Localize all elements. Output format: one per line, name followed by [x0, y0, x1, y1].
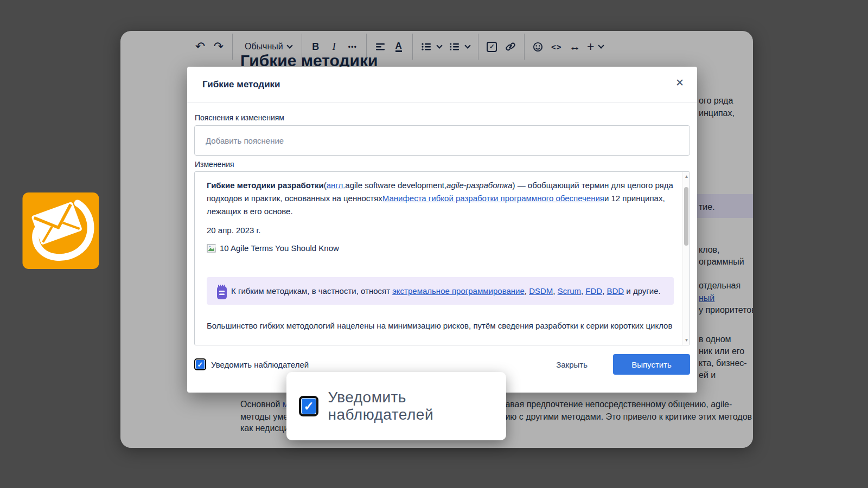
- note-icon: [216, 284, 228, 300]
- mail-swirl-icon[interactable]: [22, 192, 99, 269]
- mail-swirl-icon-graphic: [22, 192, 99, 269]
- preview-link[interactable]: Манифеста гибкой разработки программного…: [382, 194, 604, 203]
- image-alt-text: 10 Agile Terms You Should Know: [220, 242, 339, 255]
- panel-link[interactable]: DSDM: [529, 286, 553, 296]
- panel-link[interactable]: экстремальное программирование: [392, 286, 525, 296]
- preview-text: agile software development,: [345, 181, 446, 190]
- panel-link[interactable]: FDD: [585, 286, 602, 296]
- changes-label: Изменения: [195, 160, 234, 169]
- panel-text: и другие.: [624, 286, 661, 296]
- broken-image-line: 10 Agile Terms You Should Know: [207, 242, 675, 255]
- panel-text: К гибким методикам, в частности, относят: [231, 286, 392, 296]
- close-icon[interactable]: ✕: [675, 78, 684, 88]
- comment-input[interactable]: [194, 125, 690, 156]
- checkbox-check-icon: ✓: [196, 360, 205, 369]
- publish-button[interactable]: Выпустить: [613, 354, 690, 375]
- preview-scrollbar[interactable]: ▲ ▼: [682, 172, 690, 345]
- preview-paragraph: Гибкие методики разработки(англ.agile so…: [207, 179, 675, 218]
- magnified-checkbox: ✓: [299, 396, 318, 416]
- scroll-up-icon[interactable]: ▲: [684, 174, 689, 179]
- magnified-label: Уведомить наблюдателей: [328, 389, 506, 423]
- publish-dialog: Гибкие методики ✕ Пояснения к изменениям…: [187, 67, 697, 393]
- scrollbar-thumb[interactable]: [684, 187, 688, 246]
- panel-link[interactable]: Scrum: [558, 286, 581, 296]
- dialog-title: Гибкие методики: [202, 79, 280, 90]
- scroll-down-icon[interactable]: ▼: [684, 338, 689, 343]
- panel-text: ,: [602, 286, 607, 296]
- panel-text: ,: [525, 286, 529, 296]
- changes-preview: Гибкие методики разработки(англ.agile so…: [194, 171, 690, 345]
- notify-watchers-label: Уведомить наблюдателей: [211, 360, 309, 369]
- preview-clipped-line: Большинство гибких методологий нацелены …: [207, 319, 675, 332]
- comment-label: Пояснения к изменениям: [195, 113, 284, 122]
- preview-date: 20 апр. 2023 г.: [207, 224, 675, 237]
- checkbox-check-icon: ✓: [302, 399, 316, 414]
- broken-image-icon: [207, 244, 218, 253]
- close-button[interactable]: Закрыть: [556, 360, 588, 369]
- changes-content: Гибкие методики разработки(англ.agile so…: [195, 172, 682, 332]
- preview-italic-text: agile-разработка: [446, 181, 512, 190]
- notify-watchers-checkbox[interactable]: ✓: [194, 358, 206, 370]
- panel-text: ,: [553, 286, 557, 296]
- info-panel: К гибким методикам, в частности, относят…: [207, 277, 674, 305]
- dialog-header: Гибкие методики ✕: [187, 67, 697, 102]
- panel-link[interactable]: BDD: [607, 286, 624, 296]
- preview-link[interactable]: англ.: [327, 181, 346, 190]
- magnifier-overlay: ✓ Уведомить наблюдателей: [286, 372, 506, 440]
- preview-bold-text: Гибкие методики разработки: [207, 181, 324, 190]
